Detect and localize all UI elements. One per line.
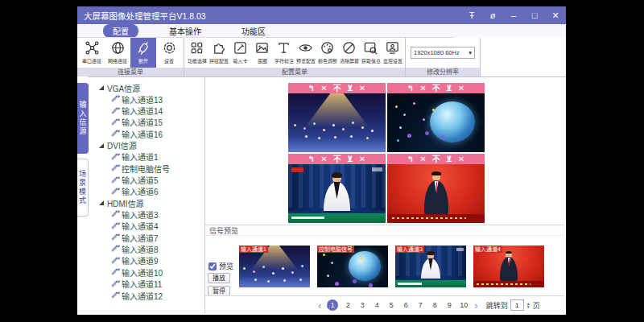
video-window-control-icon[interactable]: ✕ xyxy=(419,154,426,164)
page-number[interactable]: 10 xyxy=(459,301,469,309)
signal-thumbnail[interactable]: 输入通道3 xyxy=(395,246,466,287)
page-number[interactable]: 8 xyxy=(430,301,440,309)
page-number[interactable]: 4 xyxy=(372,301,382,309)
video-window-control-icon[interactable]: ⊻ xyxy=(446,83,452,93)
ribbon-button[interactable]: 功能选择 xyxy=(186,38,208,68)
video-window[interactable]: ↰✕不⊻✕ xyxy=(387,154,485,223)
tree-item[interactable]: 输入通道7 xyxy=(89,232,204,243)
ribbon-button[interactable]: 断开 xyxy=(130,38,156,68)
page-next-icon[interactable]: › xyxy=(474,300,477,311)
ribbon-button[interactable]: 监控设置 xyxy=(382,38,403,68)
news-ticker-bar xyxy=(288,213,386,223)
ribbon-tab[interactable]: 配置 xyxy=(103,24,138,38)
ribbon-tab[interactable]: 功能区 xyxy=(232,24,275,38)
video-window-control-icon[interactable]: ↰ xyxy=(407,154,414,164)
side-tab[interactable]: 场景模式 xyxy=(77,159,89,217)
tree-expand-icon[interactable] xyxy=(99,85,104,90)
tree-expand-icon[interactable] xyxy=(99,143,104,148)
theme-icon[interactable]: ø xyxy=(482,6,503,24)
tree-group[interactable]: VGA信源 xyxy=(89,82,204,93)
speaker-suit xyxy=(500,257,518,281)
spinner-icon[interactable]: ▲▼ xyxy=(526,302,530,309)
video-window-control-icon[interactable]: 不 xyxy=(432,154,440,164)
page-number[interactable]: 6 xyxy=(401,301,411,309)
video-window-control-icon[interactable]: ✕ xyxy=(458,154,464,164)
tree-item[interactable]: 输入通道10 xyxy=(89,266,204,278)
preview-checkbox-input[interactable] xyxy=(208,262,217,270)
video-window-control-icon[interactable]: ↰ xyxy=(407,83,414,93)
ribbon-button[interactable]: 设置 xyxy=(156,38,182,68)
signal-thumbnail[interactable]: 输入通道4 xyxy=(473,246,544,287)
video-window[interactable]: ↰✕不⊻✕ xyxy=(288,83,386,152)
jump-page-input[interactable] xyxy=(510,299,524,311)
video-window-control-icon[interactable]: 不 xyxy=(432,83,440,93)
page-number[interactable]: 7 xyxy=(415,301,425,309)
tree-item[interactable]: 输入通道16 xyxy=(89,128,204,139)
side-tab[interactable]: 输入信源 xyxy=(77,83,89,154)
ribbon-button[interactable]: 网络连接 xyxy=(105,38,130,68)
tree-item[interactable]: 输入通道11 xyxy=(89,278,204,289)
tree-item[interactable]: 输入通道13 xyxy=(89,93,204,105)
video-window-control-icon[interactable]: 不 xyxy=(333,154,341,164)
video-window-control-icon[interactable]: ✕ xyxy=(419,83,426,93)
tree-item[interactable]: 输入通道8 xyxy=(89,243,204,254)
ribbon-button[interactable]: 串口连接 xyxy=(79,38,105,68)
video-window-control-icon[interactable]: ⊻ xyxy=(446,154,452,164)
video-window-control-icon[interactable]: ↰ xyxy=(308,154,315,164)
tree-item[interactable]: 输入通道6 xyxy=(89,186,204,197)
preview-checkbox[interactable]: 预览 xyxy=(208,261,233,271)
tree-item[interactable]: 输入通道5 xyxy=(89,174,204,185)
ribbon-tab[interactable]: 基本操作 xyxy=(159,24,211,38)
page-number[interactable]: 2 xyxy=(343,301,353,309)
tree-item[interactable]: 输入通道4 xyxy=(89,221,204,232)
tree-group[interactable]: DVI信源 xyxy=(89,140,204,151)
ribbon-button[interactable]: 底图 xyxy=(251,38,273,68)
page-number[interactable]: 9 xyxy=(444,301,454,309)
tree-item[interactable]: 输入通道1 xyxy=(89,151,204,163)
titlebar[interactable]: 大屏幕图像处理管理平台V1.8.03 Ŧø–□✕ xyxy=(77,6,566,24)
video-window-control-icon[interactable]: ⊻ xyxy=(347,83,353,93)
page-prev-icon[interactable]: ‹ xyxy=(318,300,321,311)
tree-item[interactable]: 输入通道3 xyxy=(89,208,204,220)
video-window-control-icon[interactable]: ✕ xyxy=(458,83,464,93)
video-window-control-icon[interactable]: ✕ xyxy=(320,83,327,93)
ribbon-group: 串口连接网络连接断开设置连接菜单 xyxy=(77,38,184,76)
resolution-dropdown[interactable]: 1920x1080 60Hz▾ xyxy=(411,47,475,59)
video-window-control-icon[interactable]: 不 xyxy=(333,83,341,93)
page-number[interactable]: 1 xyxy=(327,299,338,311)
pin-icon[interactable]: Ŧ xyxy=(461,6,482,24)
ribbon-button[interactable]: 字符标注 xyxy=(273,38,295,68)
tree-group[interactable]: HDMI信源 xyxy=(89,197,204,208)
signal-thumbnail[interactable]: 输入通道1 xyxy=(239,246,310,287)
video-window-control-icon[interactable]: ✕ xyxy=(359,154,365,164)
close-icon[interactable]: ✕ xyxy=(545,6,566,24)
video-window-control-icon[interactable]: ⊻ xyxy=(347,154,353,164)
signal-thumbnail[interactable]: 控制电脑信号 xyxy=(317,246,388,287)
tree-item[interactable]: 输入通道9 xyxy=(89,255,204,266)
ribbon-button[interactable]: 获取信息 xyxy=(360,38,382,68)
ribbon-button[interactable]: 拼接配置 xyxy=(208,38,229,68)
video-window[interactable]: ↰✕不⊻✕ xyxy=(288,154,386,223)
ribbon-button[interactable]: 颜色调整 xyxy=(316,38,338,68)
video-window-control-icon[interactable]: ✕ xyxy=(320,154,327,164)
ribbon-button[interactable]: 清除屏幕 xyxy=(338,38,360,68)
tree-item[interactable]: 输入通道14 xyxy=(89,105,204,116)
page-number[interactable]: 5 xyxy=(386,301,396,309)
app-window: 大屏幕图像处理管理平台V1.8.03 Ŧø–□✕ 配置基本操作功能区 串口连接网… xyxy=(77,6,566,315)
play-button[interactable]: 播放 xyxy=(208,273,230,283)
ribbon-group-label: 修改分辨率 xyxy=(406,68,480,76)
ribbon-button[interactable]: 输入卡 xyxy=(229,38,251,68)
video-window-control-icon[interactable]: ✕ xyxy=(359,83,365,93)
page-number[interactable]: 3 xyxy=(357,301,367,309)
video-window[interactable]: ↰✕不⊻✕ xyxy=(387,83,485,152)
tree-expand-icon[interactable] xyxy=(99,200,104,205)
tree-item[interactable]: 输入通道15 xyxy=(89,117,204,128)
tree-item[interactable]: 输入通道12 xyxy=(89,290,204,301)
minimize-icon[interactable]: – xyxy=(503,6,524,24)
stage-light-beam xyxy=(296,93,378,139)
maximize-icon[interactable]: □ xyxy=(524,6,545,24)
ribbon-button[interactable]: 预览配置 xyxy=(295,38,316,68)
ribbon-button-label: 获取信息 xyxy=(361,57,381,64)
tree-item[interactable]: 控制电脑信号 xyxy=(89,163,204,174)
video-window-control-icon[interactable]: ↰ xyxy=(308,83,315,93)
